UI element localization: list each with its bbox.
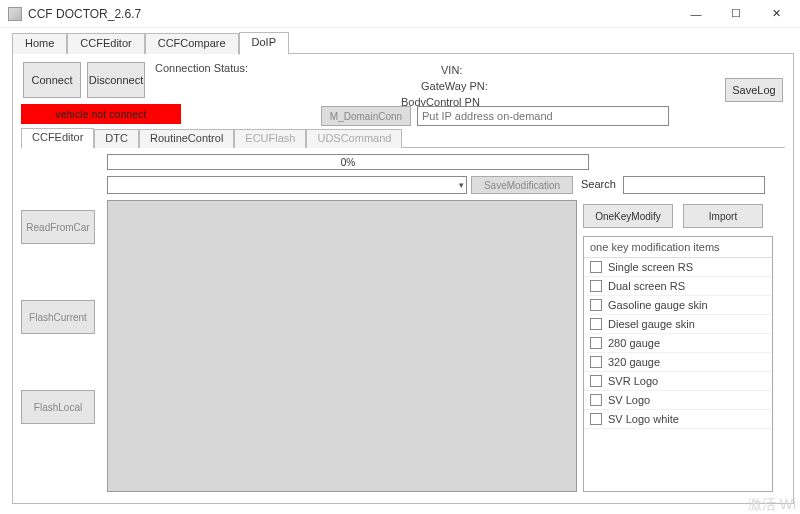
checkbox-icon[interactable]: [590, 394, 602, 406]
connect-button[interactable]: Connect: [23, 62, 81, 98]
checklist-item[interactable]: SV Logo white: [584, 410, 772, 429]
gateway-pn-label: GateWay PN:: [421, 80, 488, 92]
checklist-item[interactable]: SV Logo: [584, 391, 772, 410]
checklist-item[interactable]: Gasoline gauge skin: [584, 296, 772, 315]
checklist-item-label: 280 gauge: [608, 337, 660, 349]
checklist-item-label: Diesel gauge skin: [608, 318, 695, 330]
save-modification-button[interactable]: SaveModification: [471, 176, 573, 194]
checklist-item-label: SV Logo: [608, 394, 650, 406]
chevron-down-icon: ▾: [459, 180, 464, 190]
flash-local-button[interactable]: FlashLocal: [21, 390, 95, 424]
subtab-ccfeditor[interactable]: CCFEditor: [21, 128, 94, 149]
tab-home[interactable]: Home: [12, 33, 67, 54]
main-tabs: Home CCFEditor CCFCompare DoIP: [12, 32, 794, 54]
checkbox-icon[interactable]: [590, 375, 602, 387]
checklist-item[interactable]: Dual screen RS: [584, 277, 772, 296]
checkbox-icon[interactable]: [590, 337, 602, 349]
read-from-car-button[interactable]: ReadFromCar: [21, 210, 95, 244]
doip-pane: Connect Disconnect Connection Status: VI…: [12, 54, 794, 504]
checkbox-icon[interactable]: [590, 356, 602, 368]
close-button[interactable]: ✕: [756, 0, 796, 28]
ip-address-input[interactable]: [417, 106, 669, 126]
minimize-button[interactable]: ―: [676, 0, 716, 28]
checkbox-icon[interactable]: [590, 299, 602, 311]
ccf-selector-combo[interactable]: ▾: [107, 176, 467, 194]
checkbox-icon[interactable]: [590, 318, 602, 330]
app-icon: [8, 7, 22, 21]
maximize-button[interactable]: ☐: [716, 0, 756, 28]
checklist-item-label: SVR Logo: [608, 375, 658, 387]
checkbox-icon[interactable]: [590, 280, 602, 292]
checklist-item-label: SV Logo white: [608, 413, 679, 425]
subtab-dtc[interactable]: DTC: [94, 129, 139, 148]
checklist-item[interactable]: Single screen RS: [584, 258, 772, 277]
checklist-item[interactable]: Diesel gauge skin: [584, 315, 772, 334]
tab-doip[interactable]: DoIP: [239, 32, 289, 55]
checklist-item[interactable]: 320 gauge: [584, 353, 772, 372]
search-label: Search: [581, 178, 616, 190]
checklist-item-label: Dual screen RS: [608, 280, 685, 292]
modification-panel: OneKeyModify Import one key modification…: [583, 200, 773, 492]
search-input[interactable]: [623, 176, 765, 194]
domain-conn-button[interactable]: M_DomainConn: [321, 106, 411, 126]
disconnect-button[interactable]: Disconnect: [87, 62, 145, 98]
ccfeditor-pane: 0% ▾ SaveModification Search ReadFromCar…: [21, 148, 785, 500]
checklist-item-label: Single screen RS: [608, 261, 693, 273]
progress-text: 0%: [341, 157, 355, 168]
tab-ccfeditor[interactable]: CCFEditor: [67, 33, 144, 54]
savelog-button[interactable]: SaveLog: [725, 78, 783, 102]
subtab-ecuflash[interactable]: ECUFlash: [234, 129, 306, 148]
vin-label: VIN:: [441, 64, 462, 76]
checklist-item-label: Gasoline gauge skin: [608, 299, 708, 311]
connection-status-label: Connection Status:: [155, 62, 248, 74]
window-title: CCF DOCTOR_2.6.7: [28, 7, 141, 21]
vehicle-status-banner: vehicle not connect: [21, 104, 181, 124]
tab-ccfcompare[interactable]: CCFCompare: [145, 33, 239, 54]
checklist-item[interactable]: 280 gauge: [584, 334, 772, 353]
ccf-data-grid[interactable]: [107, 200, 577, 492]
titlebar: CCF DOCTOR_2.6.7 ― ☐ ✕: [0, 0, 800, 28]
checklist-header: one key modification items: [584, 237, 772, 258]
connection-row: Connect Disconnect Connection Status: VI…: [21, 60, 785, 122]
progress-bar: 0%: [107, 154, 589, 170]
checkbox-icon[interactable]: [590, 413, 602, 425]
onekeymodify-button[interactable]: OneKeyModify: [583, 204, 673, 228]
import-button[interactable]: Import: [683, 204, 763, 228]
subtab-routinecontrol[interactable]: RoutineControl: [139, 129, 234, 148]
checkbox-icon[interactable]: [590, 261, 602, 273]
modification-checklist[interactable]: one key modification items Single screen…: [583, 236, 773, 492]
checklist-item-label: 320 gauge: [608, 356, 660, 368]
flash-current-button[interactable]: FlashCurrent: [21, 300, 95, 334]
subtab-udscommand[interactable]: UDSCommand: [306, 129, 402, 148]
doip-sub-tabs: CCFEditor DTC RoutineControl ECUFlash UD…: [21, 128, 785, 148]
checklist-item[interactable]: SVR Logo: [584, 372, 772, 391]
